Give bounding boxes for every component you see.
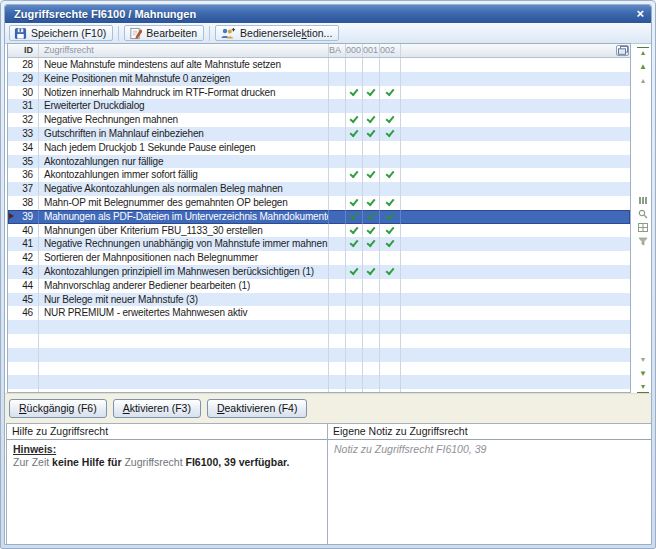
column-header-ba[interactable]: BA	[329, 44, 346, 57]
user-selection-label: Bedienerselektion...	[240, 27, 332, 39]
row-check-002	[380, 306, 401, 320]
column-header-000[interactable]: 000	[346, 44, 363, 57]
title-bar[interactable]: Zugriffsrechte FI6100 / Mahnungen ×	[5, 5, 651, 23]
users-plus-icon	[220, 27, 236, 40]
row-check-001	[363, 375, 380, 389]
grid-view-icon[interactable]	[637, 223, 649, 234]
table-row[interactable]	[8, 389, 630, 392]
row-filler	[401, 348, 630, 362]
table-row[interactable]: 41 Negative Rechnungen unabhängig von Ma…	[8, 237, 630, 251]
activate-button[interactable]: Aktivieren (F3)	[113, 399, 201, 418]
table-row[interactable]: 35 Akontozahlungen nur fällige	[8, 155, 630, 169]
row-id-cell	[8, 389, 39, 392]
scroll-up-icon[interactable]: ▲	[637, 61, 649, 72]
row-id-cell: 35	[8, 155, 39, 169]
column-header-zugriffsrecht[interactable]: Zugriffsrecht	[39, 44, 329, 57]
row-id-cell: 30	[8, 86, 39, 100]
page-down-icon[interactable]: ▾	[637, 354, 649, 365]
table-row[interactable]: 31 Erweiterter Druckdialog	[8, 99, 630, 113]
save-button[interactable]: Speichern (F10)	[9, 25, 113, 41]
table-row[interactable]	[8, 362, 630, 376]
row-ba-cell	[329, 72, 346, 86]
columns-icon[interactable]	[637, 195, 649, 206]
table-row[interactable]: 43 Akontozahlungen prinzipiell im Mahnwe…	[8, 265, 630, 279]
check-icon	[350, 211, 359, 220]
row-label-cell: Mahnvorschlag anderer Bediener bearbeite…	[39, 279, 329, 293]
row-id-cell	[8, 320, 39, 334]
table-row[interactable]	[8, 320, 630, 334]
table-row[interactable]: 30 Notizen innerhalb Mahndruck im RTF-Fo…	[8, 86, 630, 100]
row-id-cell: 39	[8, 210, 39, 224]
row-check-000	[346, 141, 363, 155]
row-check-002	[380, 141, 401, 155]
row-check-000	[346, 279, 363, 293]
column-select-button[interactable]	[616, 45, 629, 56]
row-check-002	[380, 210, 401, 224]
edit-button[interactable]: Bearbeiten	[124, 25, 204, 41]
row-check-002	[380, 293, 401, 307]
table-row[interactable]: 36 Akontozahlungen immer sofort fällig	[8, 168, 630, 182]
row-filler	[401, 362, 630, 376]
row-check-002	[380, 86, 401, 100]
scroll-down-icon[interactable]: ▼	[637, 368, 649, 379]
row-label-cell: Mahnungen als PDF-Dateien im Unterverzei…	[39, 210, 329, 224]
row-check-002	[380, 72, 401, 86]
row-check-001	[363, 127, 380, 141]
table-row[interactable]: 32 Negative Rechnungen mahnen	[8, 113, 630, 127]
row-filler	[401, 182, 630, 196]
table-row[interactable]: 42 Sortieren der Mahnpositionen nach Bel…	[8, 251, 630, 265]
row-ba-cell	[329, 99, 346, 113]
row-check-002	[380, 182, 401, 196]
table-row[interactable]	[8, 334, 630, 348]
table-row[interactable]: 44 Mahnvorschlag anderer Bediener bearbe…	[8, 279, 630, 293]
column-header-id[interactable]: ID	[8, 44, 39, 57]
row-label-cell: Erweiterter Druckdialog	[39, 99, 329, 113]
column-header-001[interactable]: 001	[363, 44, 380, 57]
deactivate-button[interactable]: Deaktivieren (F4)	[207, 399, 308, 418]
close-icon[interactable]: ×	[636, 6, 644, 22]
table-row[interactable]	[8, 348, 630, 362]
user-selection-button[interactable]: Bedienerselektion...	[215, 25, 339, 41]
undo-button[interactable]: Rückgängig (F6)	[9, 399, 107, 418]
row-filler	[401, 72, 630, 86]
table-row[interactable]: 39 Mahnungen als PDF-Dateien im Unterver…	[8, 210, 630, 224]
filter-icon[interactable]	[637, 237, 649, 248]
column-header-002[interactable]: 002	[380, 44, 401, 57]
row-check-000	[346, 265, 363, 279]
table-row[interactable]: 29 Keine Positionen mit Mahnstufe 0 anze…	[8, 72, 630, 86]
scroll-to-top-icon[interactable]: ▴	[637, 47, 649, 59]
row-id-cell	[8, 362, 39, 376]
page-up-icon[interactable]: ▴	[637, 75, 649, 86]
note-panel-body[interactable]: Notiz zu Zugriffsrecht FI6100, 39	[328, 440, 651, 458]
table-row[interactable]: 28 Neue Mahnstufe mindestens auf alte Ma…	[8, 58, 630, 72]
row-filler	[401, 334, 630, 348]
table-row[interactable]: 37 Negative Akontozahlungen als normalen…	[8, 182, 630, 196]
row-id-cell: 37	[8, 182, 39, 196]
table-row[interactable]: 46 NUR PREMIUM - erweitertes Mahnwesen a…	[8, 306, 630, 320]
check-icon	[367, 169, 376, 178]
table-row[interactable]: 40 Mahnungen über Kriterium FBU_1133_30 …	[8, 224, 630, 238]
row-check-000	[346, 182, 363, 196]
scroll-to-bottom-icon[interactable]: ▾	[637, 381, 649, 393]
row-ba-cell	[329, 168, 346, 182]
row-check-002	[380, 155, 401, 169]
row-ba-cell	[329, 375, 346, 389]
table-row[interactable]: 34 Nach jedem Druckjob 1 Sekunde Pause e…	[8, 141, 630, 155]
row-check-001	[363, 279, 380, 293]
row-filler	[401, 389, 630, 392]
row-check-002	[380, 113, 401, 127]
row-id-cell	[8, 375, 39, 389]
windows-copy-icon	[618, 43, 628, 58]
check-icon	[386, 238, 395, 247]
row-label-cell	[39, 362, 329, 376]
column-header-filler	[401, 44, 630, 57]
table-row[interactable]	[8, 375, 630, 389]
table-row[interactable]: 38 Mahn-OP mit Belegnummer des gemahnten…	[8, 196, 630, 210]
table-row[interactable]: 33 Gutschriften in Mahnlauf einbeziehen	[8, 127, 630, 141]
row-id-cell: 32	[8, 113, 39, 127]
table-row[interactable]: 45 Nur Belege mit neuer Mahnstufe (3)	[8, 293, 630, 307]
row-check-000	[346, 113, 363, 127]
row-ba-cell	[329, 196, 346, 210]
row-check-000	[346, 58, 363, 72]
search-icon[interactable]	[637, 209, 649, 220]
